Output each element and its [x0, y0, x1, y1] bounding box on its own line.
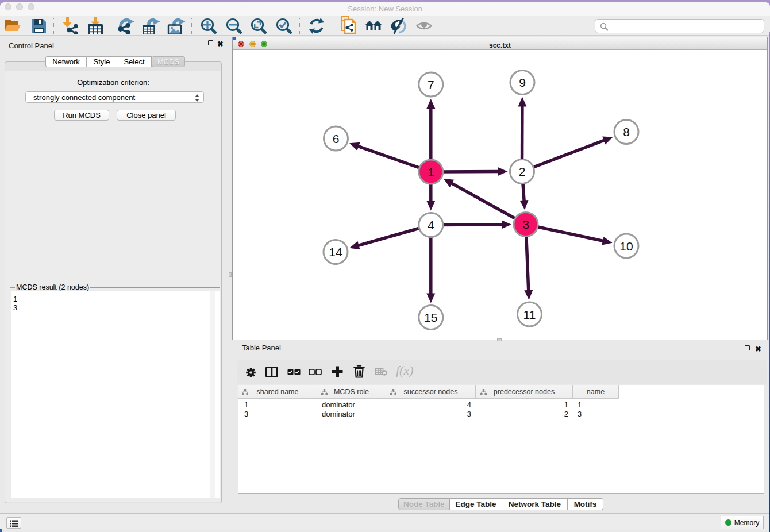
svg-text:3: 3 [522, 218, 529, 231]
svg-text:1: 1 [428, 165, 434, 179]
svg-text:14: 14 [329, 245, 342, 259]
svg-text:6: 6 [333, 132, 340, 145]
svg-text:15: 15 [424, 311, 437, 324]
svg-text:7: 7 [428, 78, 434, 91]
svg-text:4: 4 [428, 218, 434, 232]
svg-text:2: 2 [519, 165, 526, 178]
svg-text:11: 11 [523, 308, 536, 321]
svg-text:10: 10 [619, 240, 633, 253]
svg-text:9: 9 [519, 76, 526, 89]
svg-text:8: 8 [623, 125, 630, 138]
